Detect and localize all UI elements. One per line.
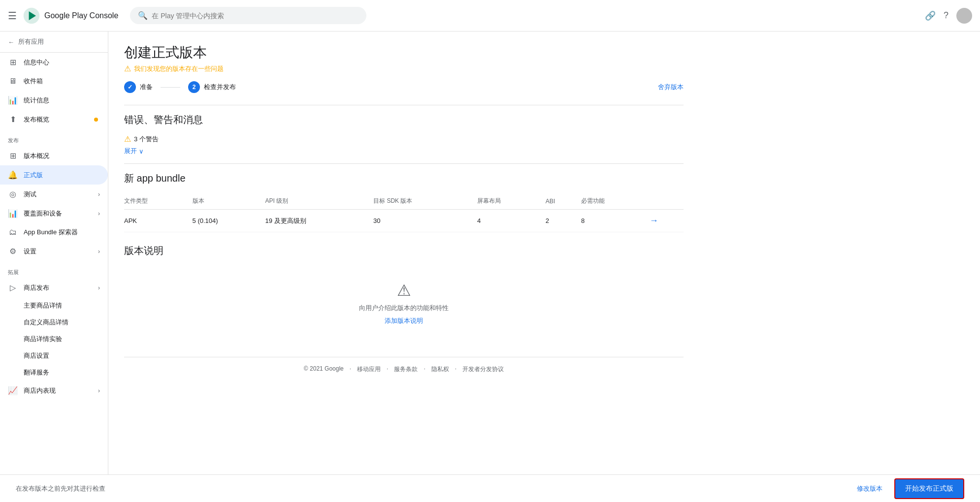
footer: © 2021 Google · 移动应用 · 服务条款 · 隐私权 · 开发者分…	[124, 357, 684, 381]
col-file-type: 文件类型	[124, 193, 193, 210]
sidebar-item-store-publish[interactable]: ▷ 商店发布 ›	[0, 278, 108, 297]
settings-icon: ⚙	[8, 247, 18, 256]
main-content-area: 创建正式版本 ⚠ 我们发现您的版本存在一些问题 ✓ 准备 2 检查并发布 舍弃版…	[108, 31, 980, 474]
add-notes-link[interactable]: 添加版本说明	[385, 316, 423, 325]
app-logo: Google Play Console	[23, 7, 118, 25]
step-line	[161, 87, 180, 88]
section-publish-label: 发布	[0, 129, 108, 146]
col-screen-layout: 屏幕布局	[477, 193, 546, 210]
section-expand-label: 拓展	[0, 261, 108, 278]
table-row: APK 5 (0.104) 19 及更高级别 30 4 2 8 →	[124, 210, 684, 232]
settings-expand-icon: ›	[98, 248, 100, 255]
cell-required-features: 8	[581, 210, 650, 232]
bundle-table: 文件类型 版本 API 级别 目标 SDK 版本 屏幕布局 ABI 必需功能	[124, 193, 684, 232]
sidebar-item-release-overview[interactable]: ⊞ 版本概况	[0, 146, 108, 165]
footer-link-mobile[interactable]: 移动应用	[357, 365, 381, 374]
store-icon: ▷	[8, 283, 18, 292]
bundle-table-container: 文件类型 版本 API 级别 目标 SDK 版本 屏幕布局 ABI 必需功能	[124, 193, 684, 232]
chevron-down-icon: ∨	[139, 148, 144, 155]
search-input[interactable]	[152, 12, 359, 20]
publish-badge	[94, 118, 98, 122]
cell-arrow-btn[interactable]: →	[650, 210, 684, 232]
step-2: 2 检查并发布	[188, 81, 236, 93]
bottom-bar-actions: 修改版本 开始发布正式版	[851, 478, 964, 499]
sidebar-sub-main-product[interactable]: 主要商品详情	[0, 297, 108, 314]
sidebar-item-dashboard[interactable]: ⊞ 信息中心	[0, 53, 108, 72]
layout: ← 所有应用 ⊞ 信息中心 🖥 收件箱 📊 统计信息 ⬆ 发布概览 发布 ⊞ 版…	[0, 31, 980, 474]
step-2-circle: 2	[188, 81, 200, 93]
cell-target-sdk: 30	[373, 210, 477, 232]
sidebar-item-coverage[interactable]: 📊 覆盖面和设备 ›	[0, 204, 108, 223]
subtitle-warning-icon: ⚠	[124, 64, 131, 73]
link-icon-button[interactable]: 🔗	[925, 10, 936, 21]
menu-icon[interactable]: ☰	[8, 10, 17, 22]
notes-empty-description: 向用户介绍此版本的功能和特性	[359, 304, 449, 313]
sidebar-sub-product-test[interactable]: 商品详情实验	[0, 331, 108, 347]
bundle-section-title: 新 app bundle	[124, 172, 684, 185]
footer-separator-2: ·	[387, 365, 388, 374]
steps-bar: ✓ 准备 2 检查并发布 舍弃版本	[124, 81, 684, 93]
sidebar-item-inbox[interactable]: 🖥 收件箱	[0, 72, 108, 91]
testing-expand-icon: ›	[98, 191, 100, 198]
footer-link-privacy[interactable]: 隐私权	[431, 365, 449, 374]
search-box[interactable]: 🔍	[130, 7, 366, 24]
help-icon-button[interactable]: ?	[944, 10, 948, 21]
warnings-box: ⚠ 3 个警告 展开 ∨	[124, 134, 684, 156]
sidebar-sub-translation[interactable]: 翻译服务	[0, 364, 108, 381]
performance-expand-icon: ›	[98, 387, 100, 394]
sidebar: ← 所有应用 ⊞ 信息中心 🖥 收件箱 📊 统计信息 ⬆ 发布概览 发布 ⊞ 版…	[0, 31, 108, 474]
footer-link-terms[interactable]: 服务条款	[394, 365, 418, 374]
sidebar-item-stats[interactable]: 📊 统计信息	[0, 91, 108, 110]
topbar: ☰ Google Play Console 🔍 🔗 ?	[0, 0, 980, 31]
col-abi: ABI	[546, 193, 581, 210]
divider-2	[124, 163, 684, 164]
dashboard-icon: ⊞	[8, 58, 18, 67]
col-version: 版本	[193, 193, 265, 210]
footer-link-developer[interactable]: 开发者分发协议	[462, 365, 504, 374]
cell-file-type: APK	[124, 210, 193, 232]
warning-count-icon: ⚠	[124, 134, 131, 144]
table-body: APK 5 (0.104) 19 及更高级别 30 4 2 8 →	[124, 210, 684, 232]
warning-count: ⚠ 3 个警告	[124, 134, 159, 144]
version-notes-title: 版本说明	[124, 244, 684, 257]
inbox-icon: 🖥	[8, 77, 18, 86]
col-target-sdk: 目标 SDK 版本	[373, 193, 477, 210]
notes-empty-icon: ⚠	[397, 281, 411, 300]
version-notes-empty: ⚠ 向用户介绍此版本的功能和特性 添加版本说明	[124, 265, 684, 341]
divider-1	[124, 105, 684, 105]
publish-icon: ⬆	[8, 115, 18, 124]
stats-icon: 📊	[8, 95, 18, 105]
sidebar-item-testing[interactable]: ◎ 测试 ›	[0, 185, 108, 204]
errors-section-title: 错误、警告和消息	[124, 113, 684, 126]
sidebar-item-production[interactable]: 🔔 正式版	[0, 165, 108, 185]
sidebar-item-settings[interactable]: ⚙ 设置 ›	[0, 242, 108, 261]
back-to-all-apps[interactable]: ← 所有应用	[0, 31, 108, 53]
modify-version-button[interactable]: 修改版本	[851, 480, 888, 497]
start-publish-button[interactable]: 开始发布正式版	[894, 478, 964, 499]
bottom-bar-text: 在发布版本之前先对其进行检查	[16, 484, 105, 493]
sidebar-item-in-store[interactable]: 📈 商店内表现 ›	[0, 381, 108, 400]
page-title: 创建正式版本	[124, 43, 684, 62]
discard-version-link[interactable]: 舍弃版本	[658, 83, 684, 92]
release-icon: ⊞	[8, 151, 18, 160]
col-required-features: 必需功能	[581, 193, 650, 210]
avatar[interactable]	[956, 8, 972, 24]
back-icon: ←	[8, 38, 14, 46]
sidebar-item-app-bundle[interactable]: 🗂 App Bundle 探索器	[0, 223, 108, 242]
production-icon: 🔔	[8, 170, 18, 180]
footer-separator-4: ·	[455, 365, 457, 374]
row-arrow-icon[interactable]: →	[650, 216, 658, 225]
cell-screen-layout: 4	[477, 210, 546, 232]
expand-warnings-btn[interactable]: 展开 ∨	[124, 147, 159, 156]
sidebar-item-publish-overview[interactable]: ⬆ 发布概览	[0, 110, 108, 129]
bundle-icon: 🗂	[8, 228, 18, 237]
col-arrow	[650, 193, 684, 210]
store-expand-icon: ›	[98, 284, 100, 291]
search-icon: 🔍	[138, 11, 148, 20]
bottom-bar: 在发布版本之前先对其进行检查 修改版本 开始发布正式版	[0, 474, 980, 502]
topbar-right: 🔗 ?	[925, 8, 972, 24]
step-2-label: 检查并发布	[204, 83, 236, 92]
sidebar-sub-custom-product[interactable]: 自定义商品详情	[0, 314, 108, 331]
sidebar-sub-store-settings[interactable]: 商店设置	[0, 347, 108, 364]
page-content: 创建正式版本 ⚠ 我们发现您的版本存在一些问题 ✓ 准备 2 检查并发布 舍弃版…	[108, 31, 699, 393]
